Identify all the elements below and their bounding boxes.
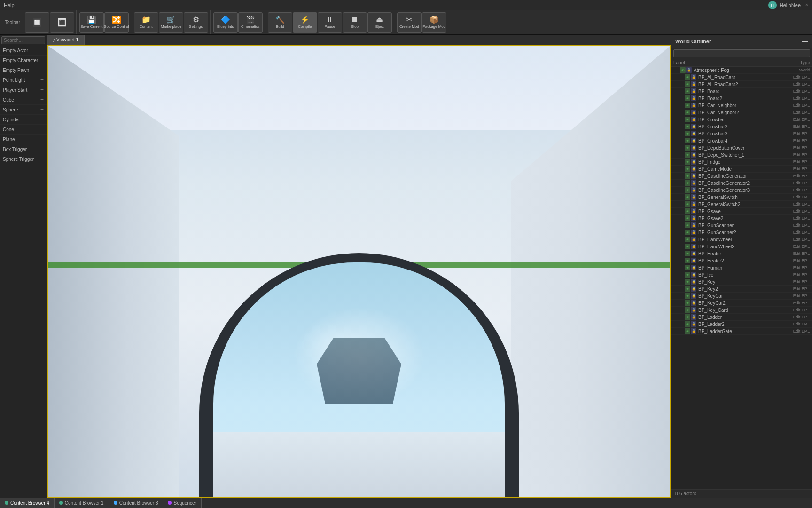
lock-icon[interactable]: 🔒 [691,103,696,108]
menu-help[interactable]: Help [4,2,15,8]
outliner-item-bp-ai-roadcars[interactable]: 👁 🔒 BP_AI_RoadCars Edit BP... [671,74,812,81]
outliner-item-bp-handwheel[interactable]: 👁 🔒 BP_HandWheel Edit BP... [671,236,812,243]
eye-icon[interactable]: 👁 [685,222,690,228]
stop-button[interactable]: ⏹ Stop [343,12,367,33]
tab-content-browser-4[interactable]: Content Browser 4 [0,498,55,508]
lock-icon[interactable]: 🔒 [691,166,696,172]
eye-icon[interactable]: 👁 [680,67,686,73]
lock-icon[interactable]: 🔒 [691,272,696,278]
outliner-item-bp-crowbar[interactable]: 👁 🔒 BP_Crowbar Edit BP... [671,116,812,123]
eye-icon[interactable]: 👁 [685,286,690,292]
lock-icon[interactable]: 🔒 [691,159,696,165]
outliner-item-bp-key-card[interactable]: 👁 🔒 BP_Key_Card Edit BP... [671,307,812,314]
eye-icon[interactable]: 👁 [685,88,690,94]
lock-icon[interactable]: 🔒 [691,117,696,122]
eye-icon[interactable]: 👁 [685,173,690,179]
actor-item-empty-character[interactable]: Empty Character + [0,56,47,65]
lock-icon[interactable]: 🔒 [691,237,696,242]
actor-item-empty-actor[interactable]: Empty Actor + [0,46,47,56]
outliner-item-bp-keycar[interactable]: 👁 🔒 BP_KeyCar Edit BP... [671,293,812,300]
lock-icon[interactable]: 🔒 [691,307,696,313]
eye-icon[interactable]: 👁 [685,145,690,151]
tab-sequencer[interactable]: Sequencer [163,498,201,508]
eye-icon[interactable]: 👁 [685,328,690,334]
eye-icon[interactable]: 👁 [685,152,690,158]
lock-icon[interactable]: 🔒 [686,67,692,73]
lock-icon[interactable]: 🔒 [691,251,696,256]
tab-content-browser-3[interactable]: Content Browser 3 [109,498,164,508]
actor-item-sphere[interactable]: Sphere + [0,105,47,115]
eye-icon[interactable]: 👁 [685,166,690,172]
outliner-item-bp-depobuttoncover[interactable]: 👁 🔒 BP_DepoButtonCover Edit BP... [671,144,812,151]
eye-icon[interactable]: 👁 [685,103,690,108]
outliner-item-bp-keycar2[interactable]: 👁 🔒 BP_KeyCar2 Edit BP... [671,300,812,307]
outliner-item-bp-laddergate[interactable]: 👁 🔒 BP_LadderGate Edit BP... [671,328,812,335]
eye-icon[interactable]: 👁 [685,74,690,80]
toolbar-mode-btn-1[interactable]: 🔲 [25,12,49,33]
eye-icon[interactable]: 👁 [685,258,690,263]
lock-icon[interactable]: 🔒 [691,300,696,306]
lock-icon[interactable]: 🔒 [691,314,696,320]
eye-icon[interactable]: 👁 [685,201,690,207]
lock-icon[interactable]: 🔒 [691,88,696,94]
viewport-1-tab[interactable]: ▷ Viewport 1 [47,35,85,45]
build-button[interactable]: 🔨 Build [268,12,292,33]
eye-icon[interactable]: 👁 [685,244,690,249]
eye-icon[interactable]: 👁 [685,237,690,242]
outliner-item-bp-crowbar3[interactable]: 👁 🔒 BP_Crowbar3 Edit BP... [671,130,812,137]
outliner-item-bp-heater2[interactable]: 👁 🔒 BP_Heater2 Edit BP... [671,257,812,264]
actor-item-cylinder[interactable]: Cylinder + [0,115,47,125]
lock-icon[interactable]: 🔒 [691,81,696,87]
outliner-item-bp-heater[interactable]: 👁 🔒 BP_Heater Edit BP... [671,250,812,257]
lock-icon[interactable]: 🔒 [691,286,696,292]
eye-icon[interactable]: 👁 [685,131,690,136]
outliner-item-bp-board[interactable]: 👁 🔒 BP_Board Edit BP... [671,88,812,95]
outliner-item-bp-gunscanner2[interactable]: 👁 🔒 BP_GunScanner2 Edit BP... [671,229,812,236]
outliner-item-bp-human[interactable]: 👁 🔒 BP_Human Edit BP... [671,264,812,271]
actor-item-player-start[interactable]: Player Start + [0,85,47,95]
eye-icon[interactable]: 👁 [685,138,690,143]
outliner-item-bp-gasolinegenerator3[interactable]: 👁 🔒 BP_GasolineGenerator3 Edit BP... [671,187,812,194]
outliner-item-bp-ladder2[interactable]: 👁 🔒 BP_Ladder2 Edit BP... [671,321,812,328]
eye-icon[interactable]: 👁 [685,95,690,101]
outliner-item-bp-fridge[interactable]: 👁 🔒 BP_Fridge Edit BP... [671,159,812,166]
eye-icon[interactable]: 👁 [685,215,690,221]
eye-icon[interactable]: 👁 [685,110,690,115]
lock-icon[interactable]: 🔒 [691,110,696,115]
lock-icon[interactable]: 🔒 [691,95,696,101]
lock-icon[interactable]: 🔒 [691,194,696,200]
lock-icon[interactable]: 🔒 [691,131,696,136]
outliner-item-bp-gamemode[interactable]: 👁 🔒 BP_GameMode Edit BP... [671,166,812,173]
lock-icon[interactable]: 🔒 [691,222,696,228]
eye-icon[interactable]: 👁 [685,187,690,193]
actor-item-empty-pawn[interactable]: Empty Pawn + [0,65,47,75]
eye-icon[interactable]: 👁 [685,117,690,122]
eye-icon[interactable]: 👁 [685,300,690,306]
eye-icon[interactable]: 👁 [685,265,690,270]
lock-icon[interactable]: 🔒 [691,208,696,214]
viewport-canvas[interactable] [47,45,671,498]
outliner-item-bp-crowbar4[interactable]: 👁 🔒 BP_Crowbar4 Edit BP... [671,137,812,144]
outliner-item-bp-car-neighbor[interactable]: 👁 🔒 BP_Car_Neighbor Edit BP... [671,102,812,109]
eye-icon[interactable]: 👁 [685,230,690,235]
compile-button[interactable]: ⚡ Compile [293,12,317,33]
lock-icon[interactable]: 🔒 [691,173,696,179]
lock-icon[interactable]: 🔒 [691,215,696,221]
outliner-item-bp-gsave[interactable]: 👁 🔒 BP_Gsave Edit BP... [671,208,812,215]
blueprints-button[interactable]: 🔷 Blueprints [213,12,238,33]
eye-icon[interactable]: 👁 [685,251,690,256]
actor-item-cube[interactable]: Cube + [0,95,47,105]
eye-icon[interactable]: 👁 [685,208,690,214]
outliner-item-bp-car-neighbor2[interactable]: 👁 🔒 BP_Car_Neighbor2 Edit BP... [671,109,812,116]
save-current-button[interactable]: 💾 Save Current [79,12,104,33]
actor-item-box-trigger[interactable]: Box Trigger + [0,144,47,154]
outliner-item-bp-generalswitch2[interactable]: 👁 🔒 BP_GeneralSwitch2 Edit BP... [671,201,812,208]
lock-icon[interactable]: 🔒 [691,124,696,129]
cb-close-button[interactable]: × [805,2,808,8]
lock-icon[interactable]: 🔒 [691,321,696,327]
outliner-item-bp-gsave2[interactable]: 👁 🔒 BP_Gsave2 Edit BP... [671,215,812,222]
tab-content-browser-1[interactable]: Content Browser 1 [55,498,109,508]
source-control-button[interactable]: 🔀 Source Control [104,12,129,33]
actor-item-plane[interactable]: Plane + [0,135,47,144]
actor-search-input[interactable] [1,36,45,44]
